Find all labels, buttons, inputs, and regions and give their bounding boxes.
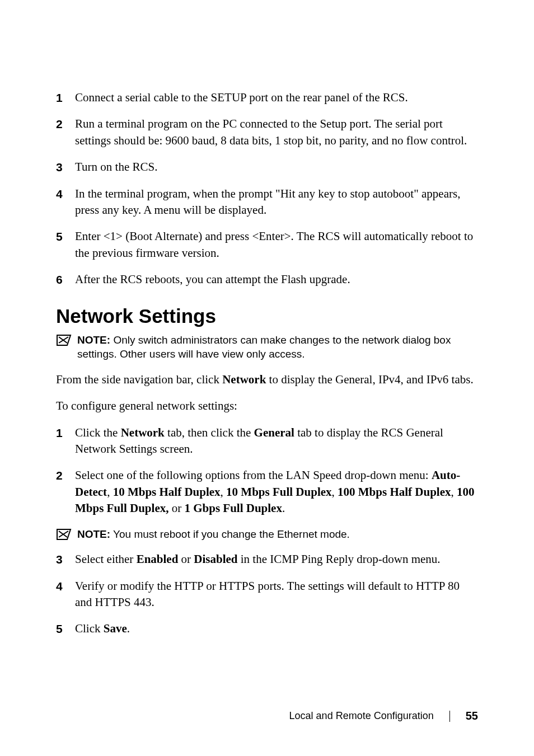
- step-b-5: 5 Click Save.: [56, 621, 478, 637]
- step-num: 4: [56, 186, 75, 219]
- t: .: [282, 501, 285, 515]
- t: Click the: [75, 426, 121, 439]
- t: .: [127, 622, 130, 635]
- step-text: In the terminal program, when the prompt…: [75, 186, 478, 219]
- step-text: Select either Enabled or Disabled in the…: [75, 551, 478, 567]
- step-a-3: 3 Turn on the RCS.: [56, 159, 478, 175]
- note-label: NOTE:: [77, 528, 110, 540]
- step-text: Enter <1> (Boot Alternate) and press <En…: [75, 228, 478, 261]
- note-body: Only switch administrators can make chan…: [77, 334, 451, 360]
- step-text: Select one of the following options from…: [75, 467, 478, 516]
- note-text: NOTE: You must reboot if you change the …: [77, 527, 478, 542]
- step-num: 3: [56, 551, 75, 567]
- step-num: 6: [56, 271, 75, 288]
- t: in the ICMP Ping Reply drop-down menu.: [238, 552, 441, 566]
- para-text: to display the General, IPv4, and IPv6 t…: [266, 373, 473, 386]
- t: ,: [332, 485, 338, 499]
- t: ,: [451, 485, 457, 499]
- b: Save: [104, 622, 127, 635]
- page-footer: Local and Remote Configuration 55: [289, 710, 478, 722]
- b: 10 Mbps Half Duplex: [113, 485, 221, 499]
- step-text: Connect a serial cable to the SETUP port…: [75, 90, 478, 106]
- step-text: After the RCS reboots, you can attempt t…: [75, 271, 478, 288]
- t: or: [178, 552, 194, 566]
- note-label: NOTE:: [77, 334, 110, 346]
- step-a-2: 2 Run a terminal program on the PC conne…: [56, 116, 478, 149]
- footer-title: Local and Remote Configuration: [289, 710, 434, 722]
- step-b-3: 3 Select either Enabled or Disabled in t…: [56, 551, 478, 567]
- step-text: Verify or modify the HTTP or HTTPS ports…: [75, 578, 478, 611]
- para-bold: Network: [222, 373, 266, 386]
- para-text: From the side navigation bar, click: [56, 373, 222, 386]
- t: or: [168, 501, 184, 515]
- step-num: 4: [56, 578, 75, 611]
- step-a-1: 1 Connect a serial cable to the SETUP po…: [56, 90, 478, 106]
- step-num: 2: [56, 116, 75, 149]
- note-icon: [56, 334, 72, 346]
- step-b-1: 1 Click the Network tab, then click the …: [56, 425, 478, 458]
- b: General: [254, 426, 294, 439]
- step-text: Click Save.: [75, 621, 478, 637]
- step-num: 1: [56, 425, 75, 458]
- step-num: 1: [56, 90, 75, 106]
- t: Select one of the following options from…: [75, 468, 432, 482]
- b: 10 Mbps Full Duplex: [226, 485, 331, 499]
- step-b-2: 2 Select one of the following options fr…: [56, 467, 478, 516]
- step-num: 2: [56, 467, 75, 516]
- b: 100 Mbps Half Duplex: [338, 485, 451, 499]
- section-heading: Network Settings: [56, 305, 478, 327]
- b: Disabled: [194, 552, 237, 566]
- step-text: Turn on the RCS.: [75, 159, 478, 175]
- page-number: 55: [466, 710, 478, 722]
- step-text: Click the Network tab, then click the Ge…: [75, 425, 478, 458]
- step-num: 5: [56, 621, 75, 637]
- step-b-4: 4 Verify or modify the HTTP or HTTPS por…: [56, 578, 478, 611]
- t: Select either: [75, 552, 137, 566]
- b: Network: [121, 426, 165, 439]
- b: Enabled: [137, 552, 179, 566]
- t: tab, then click the: [165, 426, 254, 439]
- t: Click: [75, 622, 104, 635]
- step-num: 3: [56, 159, 75, 175]
- step-text: Run a terminal program on the PC connect…: [75, 116, 478, 149]
- t: ,: [107, 485, 113, 499]
- note-body: You must reboot if you change the Ethern…: [110, 528, 350, 540]
- footer-divider: [449, 711, 450, 722]
- step-num: 5: [56, 228, 75, 261]
- t: ,: [221, 485, 227, 499]
- note-2: NOTE: You must reboot if you change the …: [56, 527, 478, 542]
- paragraph-2: To configure general network settings:: [56, 398, 478, 414]
- step-a-4: 4 In the terminal program, when the prom…: [56, 186, 478, 219]
- paragraph-1: From the side navigation bar, click Netw…: [56, 372, 478, 388]
- note-icon: [56, 528, 72, 541]
- step-a-6: 6 After the RCS reboots, you can attempt…: [56, 271, 478, 288]
- step-a-5: 5 Enter <1> (Boot Alternate) and press <…: [56, 228, 478, 261]
- note-1: NOTE: Only switch administrators can mak…: [56, 333, 478, 361]
- note-text: NOTE: Only switch administrators can mak…: [77, 333, 478, 361]
- b: 1 Gbps Full Duplex: [184, 501, 282, 515]
